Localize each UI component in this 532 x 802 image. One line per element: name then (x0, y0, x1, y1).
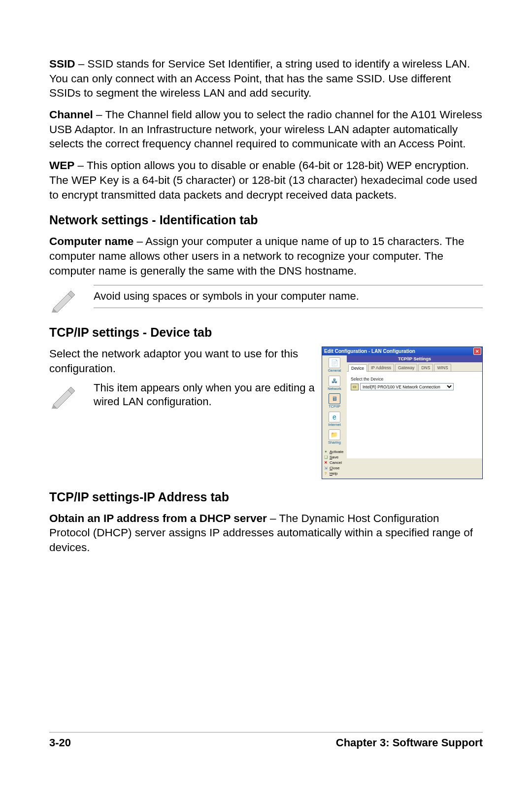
wep-paragraph: WEP – This option allows you to disable … (49, 158, 483, 202)
activate-icon: ✦ (323, 450, 328, 454)
activate-action[interactable]: ✦Activate (323, 450, 346, 454)
sidebar-item-general[interactable]: 📄 General (328, 357, 341, 373)
dialog-sidebar: 📄 General 🖧 Network 🖥 TCP/IP e (322, 355, 347, 479)
pencil-icon (49, 381, 94, 411)
page-footer: 3-20 Chapter 3: Software Support (49, 732, 483, 749)
computer-name-term: Computer name (49, 235, 133, 247)
ssid-paragraph: SSID – SSID stands for Service Set Ident… (49, 57, 483, 101)
dialog-title: Edit Configuration - LAN Configuration (324, 349, 415, 354)
close-action[interactable]: ⇲Close (323, 466, 346, 470)
dhcp-paragraph: Obtain an IP address from a DHCP server … (49, 511, 483, 555)
help-icon: ? (323, 471, 328, 476)
tcpip-device-intro: Select the network adaptor you want to u… (49, 347, 318, 376)
tcpip-device-heading: TCP/IP settings - Device tab (49, 325, 483, 340)
computer-name-paragraph: Computer name – Assign your computer a u… (49, 234, 483, 278)
panel-header: TCP/IP Settings (347, 355, 482, 362)
note-device-tab: This item appears only when you are edit… (49, 381, 318, 411)
edit-configuration-dialog: Edit Configuration - LAN Configuration ✕… (322, 347, 483, 479)
tab-device[interactable]: Device (348, 364, 367, 372)
save-icon: ❏ (323, 455, 328, 459)
note-text-1: Avoid using spaces or symbols in your co… (94, 289, 483, 304)
channel-body: – The Channel field allow you to select … (49, 108, 482, 150)
tcpip-icon: 🖥 (329, 393, 340, 404)
close-icon[interactable]: ✕ (473, 348, 481, 355)
chapter-title: Chapter 3: Software Support (336, 736, 483, 749)
note-text-2: This item appears only when you are edit… (94, 381, 318, 409)
device-dropdown[interactable]: Intel(R) PRO/100 VE Network Connection (360, 383, 454, 390)
dialog-tabs: Device IP Address Gateway DNS WINS (347, 362, 482, 372)
tab-wins[interactable]: WINS (434, 364, 451, 371)
dialog-title-bar: Edit Configuration - LAN Configuration ✕ (322, 347, 482, 355)
internet-icon: e (329, 412, 340, 422)
tcpip-ip-heading: TCP/IP settings-IP Address tab (49, 490, 483, 504)
help-action[interactable]: ?Help (323, 471, 346, 476)
select-device-label: Select the Device (351, 377, 478, 382)
pencil-icon (49, 285, 94, 314)
note-computer-name: Avoid using spaces or symbols in your co… (49, 285, 483, 314)
cancel-icon: ✕ (323, 460, 328, 465)
ssid-body: – SSID stands for Service Set Identifier… (49, 58, 470, 99)
wep-body: – This option allows you to disable or e… (49, 159, 477, 201)
tab-dns[interactable]: DNS (418, 364, 433, 371)
cancel-action[interactable]: ✕Cancel (323, 460, 346, 465)
dhcp-term: Obtain an IP address from a DHCP server (49, 512, 267, 524)
tab-gateway[interactable]: Gateway (395, 364, 418, 371)
general-icon: 📄 (329, 357, 340, 368)
sharing-icon: 📁 (329, 429, 340, 440)
wep-term: WEP (49, 159, 74, 172)
identification-heading: Network settings - Identification tab (49, 213, 483, 227)
sidebar-item-tcpip[interactable]: 🖥 TCP/IP (329, 393, 340, 409)
save-action[interactable]: ❏Save (323, 455, 346, 459)
sidebar-item-sharing[interactable]: 📁 Sharing (328, 429, 341, 445)
close-action-icon: ⇲ (323, 466, 328, 470)
page-number: 3-20 (49, 736, 71, 749)
ssid-term: SSID (49, 58, 75, 70)
tab-ip-address[interactable]: IP Address (368, 364, 394, 371)
sidebar-item-network[interactable]: 🖧 Network (328, 376, 341, 391)
nic-icon: ▭ (351, 384, 359, 390)
channel-paragraph: Channel – The Channel field allow you to… (49, 107, 483, 151)
network-icon: 🖧 (329, 376, 340, 386)
channel-term: Channel (49, 108, 93, 121)
sidebar-item-internet[interactable]: e Internet (328, 412, 340, 427)
